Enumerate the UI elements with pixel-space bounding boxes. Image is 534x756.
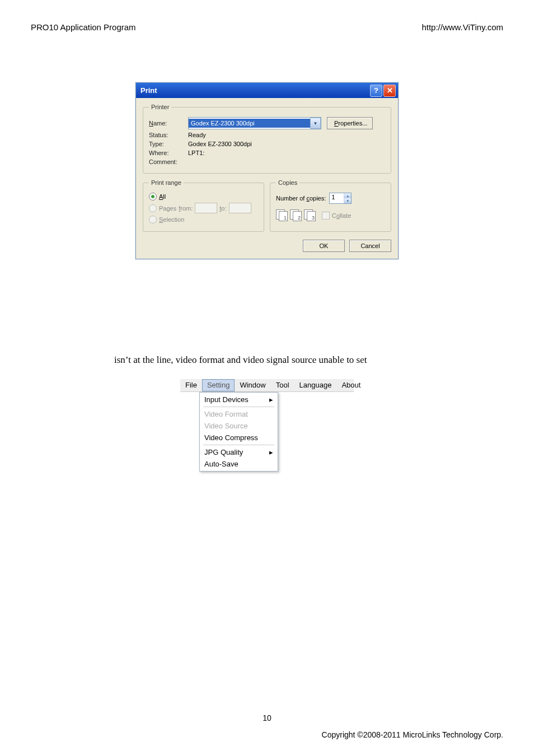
header-right: http://www.ViTiny.com [421, 22, 503, 32]
help-icon[interactable]: ? [370, 85, 382, 97]
settings-dropdown: Input Devices ▸ Video Format Video Sourc… [199, 392, 278, 472]
collate-icon: 1 1 2 2 3 3 [276, 209, 316, 222]
printer-group: Printer Name: Godex EZ-2300 300dpi ▼ Pro… [143, 104, 391, 174]
menu-video-format-label: Video Format [204, 410, 248, 418]
menu-jpg-quality[interactable]: JPG Quality ▸ [201, 446, 277, 458]
close-icon[interactable]: ✕ [383, 85, 396, 97]
status-label: Status: [149, 132, 182, 138]
to-input [229, 203, 251, 213]
title-bar: Print ? ✕ [136, 83, 398, 98]
spinner-up-icon[interactable]: ▲ [344, 193, 351, 198]
copies-value: 1 [330, 193, 344, 203]
type-label: Type: [149, 141, 182, 147]
menu-language[interactable]: Language [294, 379, 337, 391]
collate-checkbox [322, 212, 330, 220]
menu-auto-save-label: Auto-Save [204, 460, 238, 468]
menu-tool[interactable]: Tool [271, 379, 294, 391]
menu-video-compress[interactable]: Video Compress [201, 432, 277, 444]
comment-label: Comment: [149, 158, 182, 165]
menu-video-compress-label: Video Compress [204, 433, 258, 442]
radio-all-label: All [159, 193, 166, 200]
cancel-button[interactable]: Cancel [349, 240, 391, 252]
menu-file[interactable]: File [180, 379, 202, 391]
where-value: LPT1: [188, 150, 204, 156]
collate-label: Collate [332, 212, 351, 219]
spinner-down-icon[interactable]: ▼ [344, 198, 351, 203]
menu-video-source-label: Video Source [204, 422, 248, 430]
radio-pages-label: Pages [159, 205, 176, 212]
copies-legend: Copies [276, 179, 299, 186]
submenu-arrow-icon: ▸ [269, 448, 273, 456]
where-label: Where: [149, 150, 182, 156]
menu-separator [203, 445, 274, 445]
menu-window[interactable]: Window [235, 379, 270, 391]
status-value: Ready [188, 132, 206, 138]
name-label: Name: [149, 120, 182, 127]
menu-screenshot: File Setting Window Tool Language About … [180, 379, 354, 472]
radio-pages [149, 204, 157, 212]
print-range-group: Print range All Pages from: to: [143, 179, 264, 232]
menu-bar: File Setting Window Tool Language About [180, 379, 354, 392]
from-label: from: [179, 205, 193, 212]
radio-selection [149, 216, 157, 223]
from-input [195, 203, 217, 213]
menu-setting[interactable]: Setting [202, 379, 235, 391]
menu-video-source: Video Source [201, 420, 277, 432]
submenu-arrow-icon: ▸ [269, 395, 273, 404]
properties-button[interactable]: Properties... [327, 117, 373, 129]
menu-separator [203, 407, 274, 407]
page-number: 10 [0, 713, 534, 722]
radio-all[interactable] [149, 193, 157, 200]
print-dialog: Print ? ✕ Printer Name: Godex EZ-2300 30… [135, 82, 399, 259]
radio-selection-label: Selection [159, 216, 184, 223]
printer-legend: Printer [149, 104, 171, 110]
printer-name-combo[interactable]: Godex EZ-2300 300dpi ▼ [188, 117, 321, 129]
printer-name-value: Godex EZ-2300 300dpi [189, 119, 310, 128]
type-value: Godex EZ-2300 300dpi [188, 141, 252, 147]
menu-about[interactable]: About [336, 379, 366, 391]
ok-button[interactable]: OK [303, 240, 345, 252]
menu-input-devices[interactable]: Input Devices ▸ [201, 394, 277, 405]
menu-jpg-quality-label: JPG Quality [204, 448, 243, 456]
menu-video-format: Video Format [201, 408, 277, 420]
chevron-down-icon[interactable]: ▼ [310, 118, 321, 129]
menu-input-devices-label: Input Devices [204, 395, 249, 404]
print-range-legend: Print range [149, 179, 184, 186]
copyright: Copyright ©2008-2011 MicroLinks Technolo… [322, 730, 503, 739]
dialog-title: Print [140, 86, 157, 95]
body-paragraph: isn’t at the line, video format and vide… [114, 354, 472, 366]
copies-group: Copies Number of copies: 1 ▲ ▼ [270, 179, 391, 232]
to-label: to: [219, 205, 226, 212]
menu-auto-save[interactable]: Auto-Save [201, 458, 277, 470]
copies-spinner[interactable]: 1 ▲ ▼ [329, 193, 352, 204]
copies-label: Number of copies: [276, 195, 326, 202]
header-left: PRO10 Application Program [31, 22, 136, 32]
